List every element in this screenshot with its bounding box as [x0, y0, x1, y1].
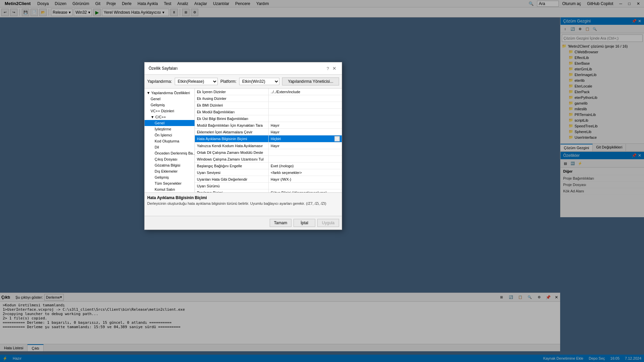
modal-titlebar: Özellik Sayfaları ? ✕	[145, 62, 342, 75]
desc-title: Hata Ayıklama Bilgisinin Biçimi	[147, 195, 339, 200]
prop-value	[269, 115, 342, 122]
prop-name: Eklemeleri İçeri Aktarmalara Çevir	[195, 129, 269, 135]
prop-name: Uyarı Sürümü	[195, 183, 269, 189]
prop-row[interactable]: Eklemeleri İçeri Aktarmalara ÇevirHayır	[195, 129, 342, 135]
modal-tree-item[interactable]: İyileştirme	[145, 126, 195, 132]
config-bar-select[interactable]: Etkin(Release)	[175, 78, 218, 85]
modal-tree-item[interactable]: Önceden Derlenmiş Ba...	[145, 150, 195, 156]
prop-row[interactable]: Ek İçeren Dizinler../../Extern/include	[195, 88, 342, 95]
prop-value: Hayır	[269, 142, 342, 149]
prop-value: Hayır (/WX-)	[269, 176, 342, 182]
modal-tree-item[interactable]: Gözatma Bilgisi	[145, 162, 195, 168]
platform-bar-select[interactable]: Etkin(Win32)	[239, 78, 279, 85]
modal-close-btn[interactable]: ✕	[331, 65, 338, 72]
modal-tree: ▼ Yapılandırma ÖzellikleriGenelGelişmişV…	[145, 88, 195, 192]
prop-row[interactable]: Ek BMI Dizinleri	[195, 102, 342, 109]
modal-tree-item[interactable]: Gelişmiş	[145, 102, 195, 108]
prop-row[interactable]: Yalnızca Kendi Kodum Hata AyıklamasırHay…	[195, 142, 342, 149]
config-bar-label: Yapılandırma:	[147, 79, 172, 84]
prop-row[interactable]: Ek Üst Bilgi Birimi Bağımlılıkları	[195, 115, 342, 122]
prop-value: Evet (/nologo)	[269, 163, 342, 169]
modal-overlay: Özellik Sayfaları ? ✕ Yapılandırma: Etki…	[0, 0, 644, 362]
modal-tree-item[interactable]: Çıkış Dosyası	[145, 156, 195, 162]
manage-config-btn[interactable]: Yapılandırma Yöneticisi...	[282, 77, 339, 85]
modal-config-bar: Yapılandırma: Etkin(Release) Platform: E…	[145, 75, 342, 88]
prop-name: Windows Çalışma Zamanı Uzantısını Tul	[195, 156, 269, 162]
prop-value	[269, 109, 342, 115]
modal-ok-btn[interactable]: Tamam	[270, 219, 291, 227]
prop-name: Ek BMI Dizinleri	[195, 102, 269, 108]
modal-body: ▼ Yapılandırma ÖzellikleriGenelGelişmişV…	[145, 88, 342, 192]
prop-name: Yalnızca Kendi Kodum Hata Ayıklamasır	[195, 142, 269, 149]
prop-name: Hata Ayıklama Bilgisinin Biçimi	[195, 135, 269, 142]
modal-tree-item[interactable]: ▼ C/C++	[145, 114, 195, 120]
prop-row[interactable]: Uyarı Sürümü	[195, 183, 342, 189]
modal-tree-item[interactable]: ▼ Yapılandırma Özellikleri	[145, 90, 195, 96]
modal-cancel-btn[interactable]: İptal	[293, 219, 315, 227]
property-pages-dialog: Özellik Sayfaları ? ✕ Yapılandırma: Etki…	[144, 62, 342, 230]
prop-value	[269, 102, 342, 108]
modal-properties: Ek İçeren Dizinler../../Extern/includeEk…	[195, 88, 342, 192]
prop-row[interactable]: Ek Modül Bağımlılıkları	[195, 109, 342, 115]
prop-name: Başlangıç Bağlığını Engelle	[195, 163, 269, 169]
prop-row[interactable]: Windows Çalışma Zamanı Uzantısını Tul	[195, 156, 342, 163]
modal-apply-btn[interactable]: Uygula	[317, 219, 339, 227]
modal-tree-item[interactable]: Gelişmiş	[145, 174, 195, 180]
prop-value: Hiçbiri▾	[269, 135, 342, 142]
desc-text: Derleyicinin oluşturduğu hata ayıklama b…	[147, 201, 339, 205]
prop-value	[269, 149, 342, 156]
prop-name: Ek İçeren Dizinler	[195, 88, 269, 95]
prop-row[interactable]: Uyarıları Hata Gibi DeğerlendirHayır (/W…	[195, 176, 342, 183]
modal-buttons: Tamam İptal Uygula	[145, 216, 342, 230]
prop-value: Hayır	[269, 129, 342, 135]
prop-row[interactable]: Modül Bağımlılıkları İçin Kaynakları Tar…	[195, 122, 342, 129]
prop-name: Modül Bağımlılıkları İçin Kaynakları Tar…	[195, 122, 269, 128]
prop-name: Ortak Dil Çalışma Zamanı Modülü Deste	[195, 149, 269, 156]
prop-name: Ek Üst Bilgi Birimi Bağımlılıkları	[195, 115, 269, 122]
prop-value	[269, 183, 342, 189]
prop-row[interactable]: Başlangıç Bağlığını EngelleEvet (/nologo…	[195, 163, 342, 169]
prop-value	[269, 156, 342, 162]
modal-tree-item[interactable]: Dil	[145, 144, 195, 150]
prop-value: Sütun Bilgisi (/diagnostics:column)	[269, 189, 342, 192]
prop-row[interactable]: Hata Ayıklama Bilgisinin BiçimiHiçbiri▾	[195, 135, 342, 142]
modal-tree-item[interactable]: Tüm Seçenekler	[145, 180, 195, 186]
prop-name: Ek Modül Bağımlılıkları	[195, 109, 269, 115]
modal-description: Hata Ayıklama Bilgisinin Biçimi Derleyic…	[145, 192, 342, 216]
prop-name: Uyarıları Hata Gibi Değerlendir	[195, 176, 269, 182]
modal-tree-item[interactable]: Genel	[145, 96, 195, 102]
prop-name: Tanılama Biçimi	[195, 189, 269, 192]
platform-bar-label: Platform:	[220, 79, 236, 84]
prop-row[interactable]: Ortak Dil Çalışma Zamanı Modülü Deste	[195, 149, 342, 156]
modal-tree-item[interactable]: Komut Satırı	[145, 186, 195, 192]
prop-value	[269, 95, 342, 102]
prop-value: Hayır	[269, 122, 342, 128]
prop-name: Ek #using Dizinler	[195, 95, 269, 102]
prop-row[interactable]: Uyarı Seviyesi<farklı seçenekler>	[195, 169, 342, 176]
modal-tree-item[interactable]: Genel	[145, 120, 195, 126]
modal-tree-item[interactable]: Ön İşlemci	[145, 132, 195, 138]
prop-row[interactable]: Tanılama BiçimiSütun Bilgisi (/diagnosti…	[195, 189, 342, 192]
prop-value: <farklı seçenekler>	[269, 169, 342, 176]
modal-title: Özellik Sayfaları	[149, 66, 178, 71]
modal-help-btn[interactable]: ?	[327, 66, 329, 71]
modal-tree-item[interactable]: Dış Eklemeler	[145, 168, 195, 174]
prop-name: Uyarı Seviyesi	[195, 169, 269, 176]
prop-dropdown-btn[interactable]: ▾	[334, 136, 340, 141]
modal-tree-item[interactable]: Kod Oluşturma	[145, 138, 195, 144]
modal-tree-item[interactable]: VC++ Dizinleri	[145, 108, 195, 114]
prop-row[interactable]: Ek #using Dizinler	[195, 95, 342, 102]
prop-value: ../../Extern/include	[269, 88, 342, 95]
